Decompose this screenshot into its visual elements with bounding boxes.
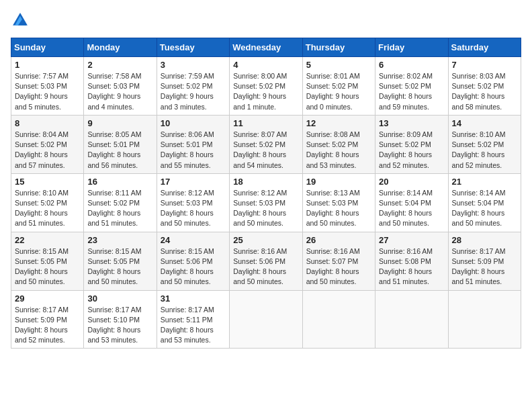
day-info: Sunrise: 8:10 AMSunset: 5:02 PMDaylight:… (452, 130, 517, 171)
calendar-cell: 19Sunrise: 8:13 AMSunset: 5:03 PMDayligh… (302, 173, 375, 232)
calendar-cell: 29Sunrise: 8:17 AMSunset: 5:09 PMDayligh… (11, 290, 84, 349)
day-number: 4 (233, 60, 298, 70)
day-number: 1 (15, 60, 80, 70)
day-number: 9 (87, 118, 152, 128)
calendar-cell (230, 290, 302, 349)
day-info: Sunrise: 8:01 AMSunset: 5:02 PMDaylight:… (306, 71, 371, 112)
day-info: Sunrise: 8:03 AMSunset: 5:02 PMDaylight:… (452, 71, 517, 112)
calendar-cell: 26Sunrise: 8:16 AMSunset: 5:07 PMDayligh… (302, 232, 375, 290)
day-info: Sunrise: 8:17 AMSunset: 5:10 PMDaylight:… (87, 305, 152, 346)
calendar-cell: 17Sunrise: 8:12 AMSunset: 5:03 PMDayligh… (157, 173, 229, 232)
day-info: Sunrise: 8:14 AMSunset: 5:04 PMDaylight:… (379, 188, 444, 229)
day-number: 10 (161, 118, 226, 128)
day-info: Sunrise: 8:17 AMSunset: 5:09 PMDaylight:… (15, 305, 80, 346)
calendar-cell: 18Sunrise: 8:12 AMSunset: 5:03 PMDayligh… (230, 173, 302, 232)
calendar-cell: 31Sunrise: 8:17 AMSunset: 5:11 PMDayligh… (157, 290, 229, 349)
calendar-cell (375, 290, 448, 349)
day-number: 2 (87, 60, 152, 70)
day-number: 23 (87, 235, 152, 245)
calendar-cell: 27Sunrise: 8:16 AMSunset: 5:08 PMDayligh… (375, 232, 448, 290)
day-of-week-header: Thursday (302, 38, 375, 57)
calendar-cell: 20Sunrise: 8:14 AMSunset: 5:04 PMDayligh… (375, 173, 448, 232)
day-number: 26 (306, 235, 371, 245)
calendar-cell: 12Sunrise: 8:08 AMSunset: 5:02 PMDayligh… (302, 115, 375, 173)
day-number: 20 (379, 177, 444, 187)
calendar-cell: 9Sunrise: 8:05 AMSunset: 5:01 PMDaylight… (84, 115, 157, 173)
calendar-cell: 3Sunrise: 7:59 AMSunset: 5:02 PMDaylight… (157, 57, 229, 116)
calendar-cell: 22Sunrise: 8:15 AMSunset: 5:05 PMDayligh… (11, 232, 84, 290)
calendar-cell: 10Sunrise: 8:06 AMSunset: 5:01 PMDayligh… (157, 115, 229, 173)
calendar-cell: 25Sunrise: 8:16 AMSunset: 5:06 PMDayligh… (230, 232, 302, 290)
day-number: 25 (233, 235, 298, 245)
day-info: Sunrise: 7:57 AMSunset: 5:03 PMDaylight:… (15, 71, 80, 112)
day-info: Sunrise: 8:15 AMSunset: 5:05 PMDaylight:… (87, 246, 152, 287)
day-number: 15 (15, 177, 80, 187)
calendar-cell: 4Sunrise: 8:00 AMSunset: 5:02 PMDaylight… (230, 57, 302, 116)
calendar-cell (448, 290, 521, 349)
calendar-cell: 14Sunrise: 8:10 AMSunset: 5:02 PMDayligh… (448, 115, 521, 173)
logo-icon (11, 11, 30, 30)
calendar-cell: 30Sunrise: 8:17 AMSunset: 5:10 PMDayligh… (84, 290, 157, 349)
day-info: Sunrise: 8:12 AMSunset: 5:03 PMDaylight:… (161, 188, 226, 229)
day-number: 7 (452, 60, 517, 70)
calendar-cell: 23Sunrise: 8:15 AMSunset: 5:05 PMDayligh… (84, 232, 157, 290)
header (11, 11, 521, 30)
day-info: Sunrise: 8:07 AMSunset: 5:02 PMDaylight:… (233, 130, 298, 171)
day-info: Sunrise: 8:14 AMSunset: 5:04 PMDaylight:… (452, 188, 517, 229)
day-info: Sunrise: 7:58 AMSunset: 5:03 PMDaylight:… (87, 71, 152, 112)
calendar-cell: 7Sunrise: 8:03 AMSunset: 5:02 PMDaylight… (448, 57, 521, 116)
day-info: Sunrise: 8:05 AMSunset: 5:01 PMDaylight:… (87, 130, 152, 171)
day-number: 30 (87, 293, 152, 304)
day-number: 6 (379, 60, 444, 70)
calendar-cell: 13Sunrise: 8:09 AMSunset: 5:02 PMDayligh… (375, 115, 448, 173)
day-info: Sunrise: 8:08 AMSunset: 5:02 PMDaylight:… (306, 130, 371, 171)
calendar-cell: 8Sunrise: 8:04 AMSunset: 5:02 PMDaylight… (11, 115, 84, 173)
day-number: 5 (306, 60, 371, 70)
calendar-cell: 21Sunrise: 8:14 AMSunset: 5:04 PMDayligh… (448, 173, 521, 232)
day-number: 14 (452, 118, 517, 128)
day-info: Sunrise: 8:16 AMSunset: 5:07 PMDaylight:… (306, 246, 371, 287)
day-number: 16 (87, 177, 152, 187)
calendar-cell: 1Sunrise: 7:57 AMSunset: 5:03 PMDaylight… (11, 57, 84, 116)
day-info: Sunrise: 8:06 AMSunset: 5:01 PMDaylight:… (161, 130, 226, 171)
day-info: Sunrise: 8:11 AMSunset: 5:02 PMDaylight:… (87, 188, 152, 229)
calendar: SundayMondayTuesdayWednesdayThursdayFrid… (11, 38, 521, 349)
calendar-cell: 6Sunrise: 8:02 AMSunset: 5:02 PMDaylight… (375, 57, 448, 116)
day-number: 17 (161, 177, 226, 187)
day-info: Sunrise: 8:17 AMSunset: 5:11 PMDaylight:… (161, 305, 226, 346)
day-info: Sunrise: 8:15 AMSunset: 5:06 PMDaylight:… (161, 246, 226, 287)
day-info: Sunrise: 8:04 AMSunset: 5:02 PMDaylight:… (15, 130, 80, 171)
day-number: 21 (452, 177, 517, 187)
day-of-week-header: Wednesday (230, 38, 302, 57)
day-info: Sunrise: 8:16 AMSunset: 5:08 PMDaylight:… (379, 246, 444, 287)
calendar-cell: 11Sunrise: 8:07 AMSunset: 5:02 PMDayligh… (230, 115, 302, 173)
day-number: 31 (161, 293, 226, 304)
day-info: Sunrise: 8:12 AMSunset: 5:03 PMDaylight:… (233, 188, 298, 229)
day-info: Sunrise: 8:15 AMSunset: 5:05 PMDaylight:… (15, 246, 80, 287)
calendar-cell: 28Sunrise: 8:17 AMSunset: 5:09 PMDayligh… (448, 232, 521, 290)
day-info: Sunrise: 8:16 AMSunset: 5:06 PMDaylight:… (233, 246, 298, 287)
day-of-week-header: Saturday (448, 38, 521, 57)
day-number: 28 (452, 235, 517, 245)
calendar-cell: 15Sunrise: 8:10 AMSunset: 5:02 PMDayligh… (11, 173, 84, 232)
day-of-week-header: Sunday (11, 38, 84, 57)
day-of-week-header: Tuesday (157, 38, 229, 57)
calendar-cell: 5Sunrise: 8:01 AMSunset: 5:02 PMDaylight… (302, 57, 375, 116)
day-of-week-header: Friday (375, 38, 448, 57)
day-info: Sunrise: 8:17 AMSunset: 5:09 PMDaylight:… (452, 246, 517, 287)
day-info: Sunrise: 8:09 AMSunset: 5:02 PMDaylight:… (379, 130, 444, 171)
day-info: Sunrise: 8:02 AMSunset: 5:02 PMDaylight:… (379, 71, 444, 112)
logo (11, 11, 32, 30)
day-number: 29 (15, 293, 80, 304)
day-number: 13 (379, 118, 444, 128)
day-info: Sunrise: 7:59 AMSunset: 5:02 PMDaylight:… (161, 71, 226, 112)
day-of-week-header: Monday (84, 38, 157, 57)
day-number: 27 (379, 235, 444, 245)
calendar-cell (302, 290, 375, 349)
day-number: 8 (15, 118, 80, 128)
day-number: 3 (161, 60, 226, 70)
calendar-cell: 16Sunrise: 8:11 AMSunset: 5:02 PMDayligh… (84, 173, 157, 232)
day-number: 24 (161, 235, 226, 245)
day-number: 11 (233, 118, 298, 128)
day-number: 19 (306, 177, 371, 187)
